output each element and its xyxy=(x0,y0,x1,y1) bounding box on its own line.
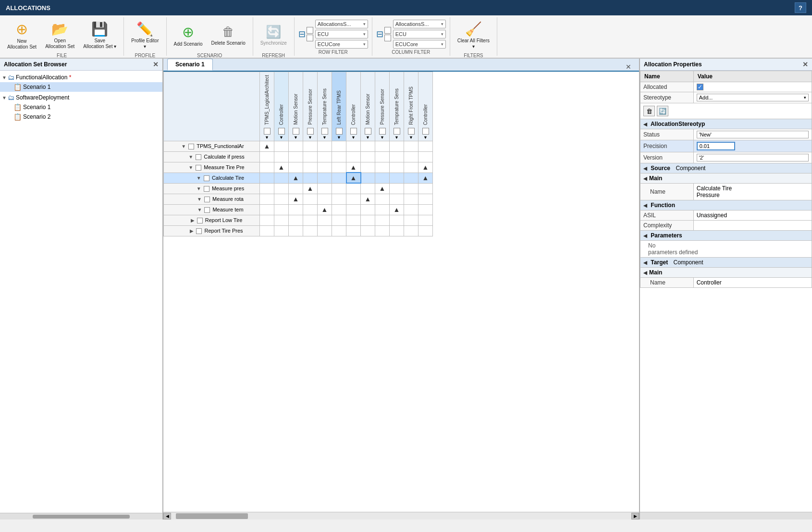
col-check-rf-main[interactable] xyxy=(408,128,415,135)
cell-rp-11[interactable] xyxy=(418,225,433,236)
cell-rl-3[interactable] xyxy=(303,215,318,225)
cell-rp-10[interactable] xyxy=(404,225,418,236)
cell-mp-1[interactable] xyxy=(274,183,289,194)
cell-mp-6[interactable] xyxy=(346,183,361,194)
cf-checkbox1[interactable] xyxy=(384,27,391,34)
cell-mte-9[interactable]: ▲ xyxy=(390,204,404,215)
cell-tpms-func-0[interactable]: ▲ xyxy=(260,141,274,151)
cell-mr-4[interactable] xyxy=(318,194,332,204)
cell-mte-4[interactable]: ▲ xyxy=(318,204,332,215)
cell-calcif-9[interactable] xyxy=(390,151,404,162)
clear-all-filters-button[interactable]: 🧹 Clear All Filters▾ xyxy=(454,18,493,52)
cell-mt-10[interactable] xyxy=(404,162,418,173)
cell-rp-6[interactable] xyxy=(346,225,361,236)
save-allocation-button[interactable]: 💾 SaveAllocation Set ▾ xyxy=(80,18,120,52)
cell-rl-1[interactable] xyxy=(274,215,289,225)
cell-calcif-8[interactable] xyxy=(375,151,390,162)
status-input[interactable] xyxy=(697,131,809,138)
cell-rl-0[interactable] xyxy=(260,215,274,225)
cell-rp-3[interactable] xyxy=(303,225,318,236)
expand-report-pres[interactable]: ▶ xyxy=(190,228,194,234)
cell-mt-1[interactable]: ▲ xyxy=(274,162,289,173)
row-check-calc-if[interactable] xyxy=(196,154,201,160)
col-check-lr-temp[interactable] xyxy=(394,128,400,135)
cell-mt-4[interactable] xyxy=(318,162,332,173)
cell-calcif-3[interactable] xyxy=(303,151,318,162)
cell-ct-1[interactable] xyxy=(274,173,289,183)
expand-measure-rota[interactable]: ▼ xyxy=(197,197,202,202)
cell-rp-9[interactable] xyxy=(390,225,404,236)
expand-sw-deploy-icon[interactable]: ▼ xyxy=(2,95,7,100)
cell-mte-6[interactable] xyxy=(346,204,361,215)
cell-calcif-5[interactable] xyxy=(332,151,346,162)
cell-ct-8[interactable] xyxy=(375,173,390,183)
sidebar-close-icon[interactable]: ✕ xyxy=(153,61,159,68)
open-allocation-button[interactable]: 📂 OpenAllocation Set xyxy=(42,18,78,52)
cell-calcif-0[interactable] xyxy=(260,151,274,162)
cell-mp-9[interactable] xyxy=(390,183,404,194)
cell-mr-10[interactable] xyxy=(404,194,418,204)
row-check-tpms-func[interactable] xyxy=(188,144,194,149)
cell-rp-1[interactable] xyxy=(274,225,289,236)
cell-tpms-func-10[interactable] xyxy=(404,141,418,151)
cell-mt-11[interactable]: ▲ xyxy=(418,162,433,173)
col-check-lf-temp[interactable] xyxy=(321,128,328,135)
tree-item-scenario1-fa[interactable]: 📋 Scenario 1 xyxy=(0,82,162,92)
cell-tpms-func-3[interactable] xyxy=(303,141,318,151)
cell-calcif-10[interactable] xyxy=(404,151,418,162)
cf-checkbox2[interactable] xyxy=(384,35,391,41)
grid-container[interactable]: TPMS_LogicalArchitect ▼ Controller ▼ xyxy=(163,72,639,512)
cell-mt-3[interactable] xyxy=(303,162,318,173)
cell-mr-5[interactable] xyxy=(332,194,346,204)
tree-item-software-deployment[interactable]: ▼ 🗂 SoftwareDeployment xyxy=(0,93,162,102)
cell-mp-7[interactable] xyxy=(361,183,375,194)
table-row[interactable]: ▼ Measure rota ▲ ▲ xyxy=(164,194,433,204)
cell-mt-0[interactable] xyxy=(260,162,274,173)
cell-mt-9[interactable] xyxy=(390,162,404,173)
expand-calc-tire[interactable]: ▼ xyxy=(197,175,201,181)
cell-mte-2[interactable] xyxy=(289,204,303,215)
cell-ct-7[interactable] xyxy=(361,173,375,183)
col-check-lf-pres[interactable] xyxy=(307,128,314,135)
cell-rl-8[interactable] xyxy=(375,215,390,225)
table-row[interactable]: ▼ TPMS_FunctionalAr ▲ xyxy=(164,141,433,151)
cell-mte-7[interactable] xyxy=(361,204,375,215)
scroll-left-btn[interactable]: ◀ xyxy=(163,513,171,520)
table-row[interactable]: ▼ Calculate if press xyxy=(164,151,433,162)
cell-mt-8[interactable] xyxy=(375,162,390,173)
cell-tpms-func-2[interactable] xyxy=(289,141,303,151)
function-section[interactable]: ◀ Function xyxy=(640,200,812,210)
tree-item-scenario1-sd[interactable]: 📋 Scenario 1 xyxy=(0,102,162,112)
cell-ct-11[interactable]: ▲ xyxy=(418,173,433,183)
expand-tpms-func[interactable]: ▼ xyxy=(181,144,186,149)
cell-mr-0[interactable] xyxy=(260,194,274,204)
cell-tpms-func-4[interactable] xyxy=(318,141,332,151)
grid-hscroll[interactable]: ◀ ▶ xyxy=(163,512,639,520)
cell-tpms-func-5[interactable] xyxy=(332,141,346,151)
cell-mte-1[interactable] xyxy=(274,204,289,215)
cell-calcif-1[interactable] xyxy=(274,151,289,162)
version-input[interactable] xyxy=(697,154,809,161)
row-check-report-pres[interactable] xyxy=(196,228,202,234)
cell-rl-7[interactable] xyxy=(361,215,375,225)
row-filter-combo3[interactable]: ECUCore ▾ xyxy=(315,40,368,49)
cell-ct-10[interactable] xyxy=(404,173,418,183)
row-check-measure-tire[interactable] xyxy=(196,165,201,171)
rf-checkbox1[interactable] xyxy=(307,27,313,34)
cell-mp-3[interactable]: ▲ xyxy=(303,183,318,194)
rf-checkbox2[interactable] xyxy=(307,35,313,41)
cell-mp-4[interactable] xyxy=(318,183,332,194)
delete-stereotype-button[interactable]: 🗑 xyxy=(643,106,655,116)
synchronize-button[interactable]: 🔄 Synchronize xyxy=(257,18,290,52)
cell-calcif-6[interactable] xyxy=(346,151,361,162)
tree-item-scenario2-sd[interactable]: 📋 Scenario 2 xyxy=(0,112,162,122)
cell-calcif-4[interactable] xyxy=(318,151,332,162)
tab-scenario1[interactable]: Scenario 1 xyxy=(167,59,213,71)
cell-tpms-func-7[interactable] xyxy=(361,141,375,151)
cell-mte-11[interactable] xyxy=(418,204,433,215)
precision-input[interactable] xyxy=(697,142,735,150)
expand-calc-if[interactable]: ▼ xyxy=(188,154,193,160)
cell-ct-6-highlighted[interactable]: ▲ xyxy=(346,173,361,183)
cell-rl-11[interactable] xyxy=(418,215,433,225)
cell-tpms-func-8[interactable] xyxy=(375,141,390,151)
